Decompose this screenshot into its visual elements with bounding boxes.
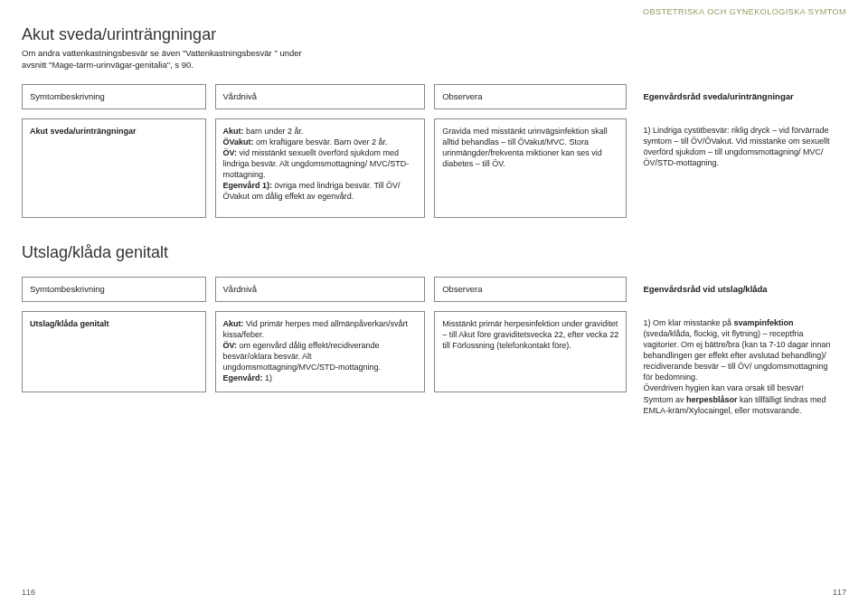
s2-selfcare-p2: Överdriven hygien kan vara orsak till be… bbox=[643, 382, 839, 393]
s1-header-observe: Observera bbox=[434, 84, 627, 109]
s2-care-ov-label: ÖV: bbox=[223, 341, 238, 350]
section1-header-row: Symtombeskrivning Vårdnivå Observera Ege… bbox=[22, 84, 846, 109]
s1-care-selfcare-label: Egenvård 1): bbox=[223, 181, 273, 190]
s1-cell-observe: Gravida med misstänkt urinvägsinfektion … bbox=[434, 118, 627, 218]
s2-selfcare-p3a: Symtom av bbox=[643, 395, 686, 404]
s2-header-careLevel: Vårdnivå bbox=[215, 277, 426, 302]
s1-cell-selfcare: 1) Lindriga cystitbesvär: riklig dryck –… bbox=[636, 118, 846, 218]
s2-care-akut-label: Akut: bbox=[223, 319, 244, 328]
s2-selfcare-p1b: svampinfektion bbox=[733, 318, 793, 327]
s1-cell-symptom: Akut sveda/urinträngningar bbox=[22, 118, 206, 218]
s2-selfcare-p1: 1) Om klar misstanke på svampinfektion (… bbox=[643, 317, 839, 383]
s1-header-selfcare: Egenvårdsråd sveda/urinträngningar bbox=[636, 84, 846, 109]
s2-symptom-label: Utslag/klåda genitalt bbox=[30, 319, 109, 328]
section2-title: Utslag/klåda genitalt bbox=[22, 243, 846, 262]
s1-care-ovakut-label: ÖVakut: bbox=[223, 137, 254, 146]
s1-care-akut-label: Akut: bbox=[223, 127, 244, 136]
s1-care-ovakut-text: om kraftigare besvär. Barn över 2 år. bbox=[254, 137, 388, 146]
section1-title: Akut sveda/urinträngningar bbox=[22, 25, 846, 44]
s2-header-observe: Observera bbox=[434, 277, 627, 302]
s1-cell-careLevel: Akut: barn under 2 år. ÖVakut: om krafti… bbox=[215, 118, 426, 218]
page-footer: 116 117 bbox=[22, 588, 846, 597]
s2-cell-selfcare: 1) Om klar misstanke på svampinfektion (… bbox=[636, 311, 846, 422]
s1-care-akut-text: barn under 2 år. bbox=[244, 127, 304, 136]
s2-selfcare-p3b: herpesblåsor bbox=[686, 395, 738, 404]
s2-header-symptom: Symtombeskrivning bbox=[22, 277, 206, 302]
section1-body-row: Akut sveda/urinträngningar Akut: barn un… bbox=[22, 118, 846, 218]
s1-header-symptom: Symtombeskrivning bbox=[22, 84, 206, 109]
s1-care-ov-label: ÖV: bbox=[223, 148, 238, 157]
s2-care-ov-text: om egenvård dålig effekt/recidiverande b… bbox=[223, 341, 382, 372]
s2-cell-symptom: Utslag/klåda genitalt bbox=[22, 311, 206, 392]
section2-header-row: Symtombeskrivning Vårdnivå Observera Ege… bbox=[22, 277, 846, 302]
s2-header-selfcare: Egenvårdsråd vid utslag/klåda bbox=[636, 277, 846, 302]
s2-cell-observe: Misstänkt primär herpesinfektion under g… bbox=[434, 311, 627, 392]
page-category-banner: OBSTETRISKA OCH GYNEKOLOGISKA SYMTOM bbox=[22, 0, 846, 20]
s2-selfcare-p3: Symtom av herpesblåsor kan tillfälligt l… bbox=[643, 394, 839, 416]
section2-body-row: Utslag/klåda genitalt Akut: Vid primär h… bbox=[22, 311, 846, 422]
page-number-left: 116 bbox=[22, 588, 35, 597]
page-number-right: 117 bbox=[833, 588, 846, 597]
s1-symptom-label: Akut sveda/urinträngningar bbox=[30, 127, 137, 136]
s1-header-careLevel: Vårdnivå bbox=[215, 84, 426, 109]
s2-selfcare-p1a: 1) Om klar misstanke på bbox=[643, 318, 733, 327]
s2-care-selfcare-text: 1) bbox=[263, 373, 273, 382]
s2-care-selfcare-label: Egenvård: bbox=[223, 373, 263, 382]
s2-selfcare-p1c: (sveda/klåda, flockig, vit flytning) – r… bbox=[643, 329, 830, 382]
s1-care-ov-text: vid misstänkt sexuellt överförd sjukdom … bbox=[223, 148, 410, 179]
s2-cell-careLevel: Akut: Vid primär herpes med allmänpåverk… bbox=[215, 311, 426, 392]
section1-intro: Om andra vattenkastningsbesvär se även "… bbox=[22, 48, 302, 71]
s2-care-akut-text: Vid primär herpes med allmänpåverkan/svå… bbox=[223, 319, 408, 339]
